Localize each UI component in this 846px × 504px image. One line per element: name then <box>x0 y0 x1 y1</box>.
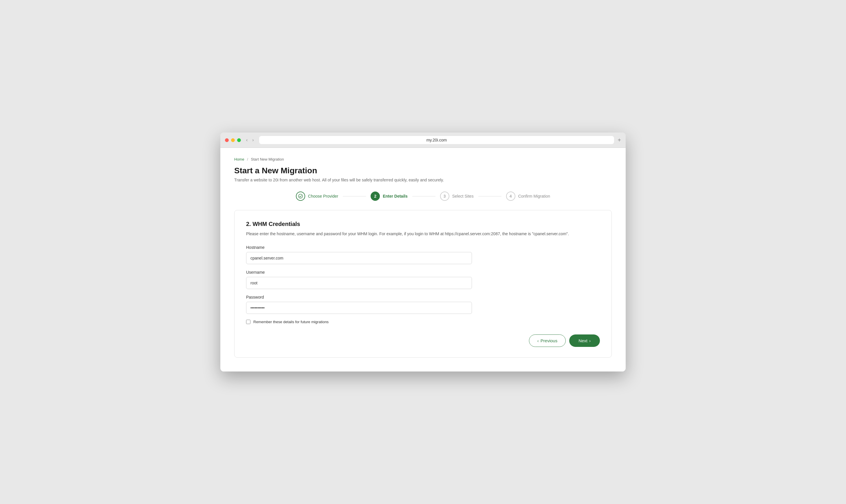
nav-buttons: ‹ › <box>244 137 255 143</box>
form-card: 2. WHM Credentials Please enter the host… <box>234 210 612 358</box>
form-section-title: 2. WHM Credentials <box>246 221 600 228</box>
password-label: Password <box>246 295 600 300</box>
breadcrumb: Home / Start New Migration <box>234 157 612 161</box>
password-input[interactable] <box>246 302 472 314</box>
username-label: Username <box>246 270 600 274</box>
form-description: Please enter the hostname, username and … <box>246 231 600 237</box>
page-title: Start a New Migration <box>234 166 612 175</box>
step-2-label: Enter Details <box>383 194 408 198</box>
traffic-lights <box>225 138 241 142</box>
step-2-circle: 2 <box>371 192 380 201</box>
step-3: 3 Select Sites <box>440 192 474 201</box>
page-content: Home / Start New Migration Start a New M… <box>220 148 626 372</box>
remember-checkbox[interactable] <box>246 320 250 324</box>
maximize-button[interactable] <box>237 138 241 142</box>
previous-chevron-icon: ‹ <box>537 338 539 343</box>
step-1: Choose Provider <box>296 192 338 201</box>
svg-point-0 <box>299 194 303 198</box>
username-input[interactable] <box>246 277 472 289</box>
remember-group: Remember these details for future migrat… <box>246 320 600 324</box>
breadcrumb-separator: / <box>247 157 248 161</box>
browser-window: ‹ › + Home / Start New Migration Start a… <box>220 132 626 372</box>
step-1-circle <box>296 192 305 201</box>
remember-label[interactable]: Remember these details for future migrat… <box>253 320 329 324</box>
hostname-group: Hostname <box>246 245 600 264</box>
browser-chrome: ‹ › + <box>220 132 626 148</box>
add-tab-button[interactable]: + <box>618 137 621 144</box>
minimize-button[interactable] <box>231 138 235 142</box>
breadcrumb-home-link[interactable]: Home <box>234 157 244 161</box>
previous-label: Previous <box>541 338 557 343</box>
stepper: Choose Provider 2 Enter Details 3 Select… <box>234 192 612 201</box>
breadcrumb-current: Start New Migration <box>251 157 284 161</box>
password-group: Password <box>246 295 600 314</box>
next-chevron-icon: › <box>589 338 591 343</box>
hostname-label: Hostname <box>246 245 600 250</box>
step-3-label: Select Sites <box>452 194 474 198</box>
previous-button[interactable]: ‹ Previous <box>529 335 566 347</box>
address-bar[interactable] <box>259 136 614 144</box>
close-button[interactable] <box>225 138 229 142</box>
page-subtitle: Transfer a website to 20i from another w… <box>234 178 612 182</box>
username-group: Username <box>246 270 600 289</box>
form-actions: ‹ Previous Next › <box>246 335 600 347</box>
step-3-circle: 3 <box>440 192 450 201</box>
step-2: 2 Enter Details <box>371 192 408 201</box>
hostname-input[interactable] <box>246 252 472 264</box>
step-1-label: Choose Provider <box>308 194 338 198</box>
forward-button[interactable]: › <box>250 137 255 143</box>
step-4-circle: 4 <box>506 192 515 201</box>
step-4-label: Confirm Migration <box>518 194 550 198</box>
next-label: Next <box>579 338 587 343</box>
step-4: 4 Confirm Migration <box>506 192 550 201</box>
back-button[interactable]: ‹ <box>244 137 249 143</box>
next-button[interactable]: Next › <box>569 335 600 347</box>
